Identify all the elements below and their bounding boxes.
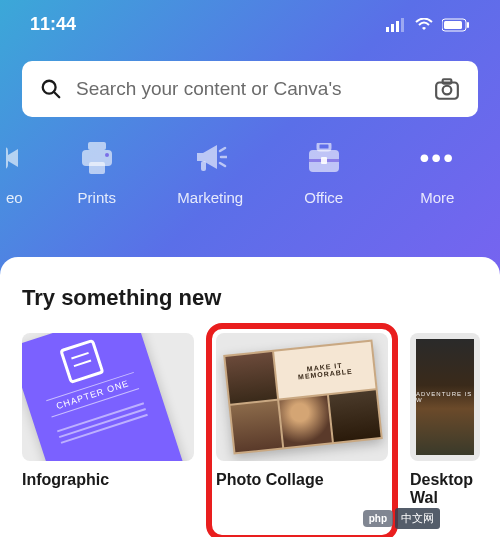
category-office[interactable]: Office <box>267 139 380 206</box>
more-icon: ••• <box>420 144 455 172</box>
svg-rect-15 <box>89 162 105 174</box>
search-bar[interactable]: Search your content or Canva's <box>22 61 478 117</box>
video-icon <box>6 143 20 173</box>
content-sheet: Try something new CHAPTER ONE Infographi… <box>0 257 500 537</box>
category-marketing[interactable]: Marketing <box>154 139 267 206</box>
category-label: Office <box>304 189 343 206</box>
thumb-text: ADVENTURE IS W <box>416 391 474 403</box>
card-photo-collage[interactable]: MAKE IT MEMORABLE Photo Collage <box>216 333 388 507</box>
camera-icon[interactable] <box>434 76 460 102</box>
search-icon <box>40 78 62 100</box>
card-desktop-wallpaper[interactable]: ADVENTURE IS W Desktop Wal <box>410 333 500 507</box>
cellular-icon <box>386 18 406 32</box>
card-title: Desktop Wal <box>410 471 500 507</box>
watermark-badge: php <box>363 510 393 527</box>
category-row: eo Prints Marketing Office ••• More <box>0 139 500 234</box>
status-bar: 11:44 <box>0 0 500 43</box>
search-placeholder: Search your content or Canva's <box>76 78 420 100</box>
card-thumbnail: MAKE IT MEMORABLE <box>216 333 388 461</box>
briefcase-icon <box>307 143 341 173</box>
svg-rect-18 <box>318 143 330 150</box>
category-label: Marketing <box>177 189 243 206</box>
svg-rect-6 <box>467 22 469 28</box>
wifi-icon <box>414 18 434 32</box>
svg-rect-0 <box>386 27 389 32</box>
card-thumbnail: CHAPTER ONE <box>22 333 194 461</box>
watermark: php 中文网 <box>363 508 440 529</box>
svg-rect-3 <box>401 18 404 32</box>
status-icons <box>386 18 470 32</box>
card-infographic[interactable]: CHAPTER ONE Infographic <box>22 333 194 507</box>
section-title: Try something new <box>0 285 500 333</box>
svg-point-10 <box>443 86 452 95</box>
status-time: 11:44 <box>30 14 76 35</box>
svg-line-8 <box>54 92 60 98</box>
svg-rect-2 <box>396 21 399 32</box>
category-prints[interactable]: Prints <box>40 139 153 206</box>
svg-rect-5 <box>444 21 462 29</box>
category-more[interactable]: ••• More <box>381 139 494 206</box>
svg-rect-17 <box>201 161 206 171</box>
svg-rect-1 <box>391 24 394 32</box>
svg-rect-12 <box>6 147 8 169</box>
battery-icon <box>442 18 470 32</box>
category-label: eo <box>6 189 23 206</box>
svg-rect-21 <box>321 157 327 164</box>
svg-point-16 <box>105 153 109 157</box>
card-thumbnail: ADVENTURE IS W <box>410 333 480 461</box>
watermark-text: 中文网 <box>395 508 440 529</box>
card-title: Infographic <box>22 471 194 489</box>
category-video[interactable]: eo <box>6 139 40 206</box>
svg-rect-13 <box>88 142 106 150</box>
card-title: Photo Collage <box>216 471 388 489</box>
category-label: More <box>420 189 454 206</box>
category-label: Prints <box>78 189 116 206</box>
template-cards-row: CHAPTER ONE Infographic MAKE IT MEMORABL… <box>0 333 500 507</box>
printer-icon <box>80 142 114 174</box>
megaphone-icon <box>193 143 227 173</box>
